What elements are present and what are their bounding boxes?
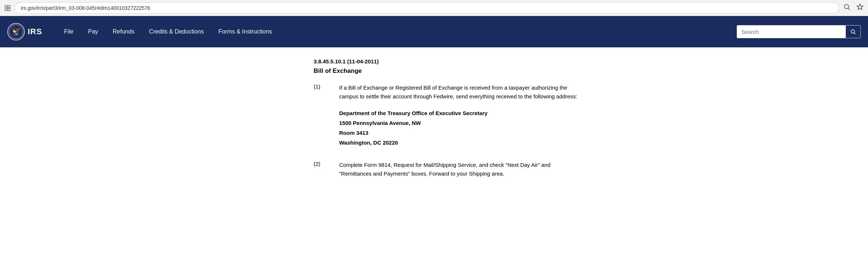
search-container bbox=[737, 25, 861, 38]
nav-file[interactable]: File bbox=[57, 16, 81, 47]
browser-chrome: irs.gov/irm/part3/irm_03-008-045r#idm140… bbox=[0, 0, 868, 16]
nav-refunds[interactable]: Refunds bbox=[105, 16, 142, 47]
nav-forms-instructions[interactable]: Forms & Instructions bbox=[211, 16, 279, 47]
item-text-1: If a Bill of Exchange or Registered Bill… bbox=[339, 83, 584, 101]
item-content-2: Complete Form 9814, Request for Mail/Shi… bbox=[339, 161, 584, 178]
item-number-1: (1) bbox=[314, 83, 325, 90]
address-line-1: Department of the Treasury Office of Exe… bbox=[339, 108, 584, 118]
numbered-list: (1) If a Bill of Exchange or Registered … bbox=[314, 83, 584, 178]
svg-rect-1 bbox=[8, 5, 10, 7]
address-line-3: Room 3413 bbox=[339, 128, 584, 138]
address-bar[interactable]: irs.gov/irm/part3/irm_03-008-045r#idm140… bbox=[15, 2, 840, 14]
svg-rect-3 bbox=[8, 8, 10, 10]
item-content-1: If a Bill of Exchange or Registered Bill… bbox=[339, 83, 584, 149]
irs-logo-text: IRS bbox=[28, 27, 42, 36]
nav-credits-deductions[interactable]: Credits & Deductions bbox=[142, 16, 211, 47]
address-block: Department of the Treasury Office of Exe… bbox=[339, 108, 584, 148]
content-area: 3.8.45.5.10.1 (11-04-2011) Bill of Excha… bbox=[270, 58, 598, 178]
svg-text:🦅: 🦅 bbox=[11, 26, 22, 36]
section-title: Bill of Exchange bbox=[314, 67, 584, 75]
bookmark-icon[interactable] bbox=[856, 3, 864, 12]
nav-links: File Pay Refunds Credits & Deductions Fo… bbox=[57, 16, 737, 47]
list-item: (2) Complete Form 9814, Request for Mail… bbox=[314, 161, 584, 178]
browser-search-icon[interactable] bbox=[843, 3, 850, 12]
svg-rect-0 bbox=[5, 5, 7, 7]
address-line-2: 1500 Pennsylvania Avenue, NW bbox=[339, 118, 584, 128]
svg-point-9 bbox=[851, 30, 855, 33]
irs-logo[interactable]: 🦅 IRS bbox=[7, 23, 42, 40]
svg-line-10 bbox=[854, 33, 856, 34]
svg-point-4 bbox=[844, 4, 849, 9]
svg-line-5 bbox=[848, 8, 850, 10]
svg-rect-2 bbox=[5, 8, 7, 10]
item-text-2: Complete Form 9814, Request for Mail/Shi… bbox=[339, 161, 584, 178]
main-content: 3.8.45.5.10.1 (11-04-2011) Bill of Excha… bbox=[0, 47, 868, 263]
url-text: irs.gov/irm/part3/irm_03-008-045r#idm140… bbox=[21, 5, 150, 11]
item-number-2: (2) bbox=[314, 161, 325, 167]
address-line-4: Washington, DC 20220 bbox=[339, 138, 584, 148]
list-item: (1) If a Bill of Exchange or Registered … bbox=[314, 83, 584, 149]
search-input[interactable] bbox=[737, 25, 846, 38]
section-id: 3.8.45.5.10.1 (11-04-2011) bbox=[314, 58, 584, 64]
irs-navigation: 🦅 IRS File Pay Refunds Credits & Deducti… bbox=[0, 16, 868, 47]
nav-pay[interactable]: Pay bbox=[81, 16, 105, 47]
search-button[interactable] bbox=[846, 25, 860, 38]
tabs-icon bbox=[4, 5, 11, 11]
browser-action-icons bbox=[843, 3, 864, 12]
